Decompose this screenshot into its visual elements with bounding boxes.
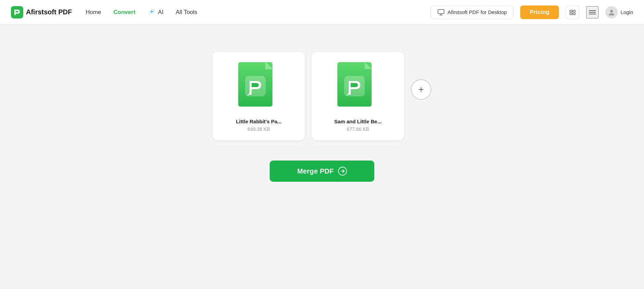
desktop-button[interactable]: Afirstsoft PDF for Desktop <box>431 5 513 19</box>
nav-ai[interactable]: AI <box>148 8 163 16</box>
file-name-1: Little Rabbit's Pa... <box>236 119 282 124</box>
header-right: Afirstsoft PDF for Desktop Pricing <box>431 5 633 19</box>
svg-point-1 <box>153 9 155 11</box>
svg-rect-7 <box>573 13 575 15</box>
avatar <box>605 6 618 18</box>
login-area[interactable]: Login <box>605 6 633 18</box>
svg-rect-5 <box>570 13 572 15</box>
logo-text: Afirstsoft PDF <box>26 8 72 16</box>
svg-rect-3 <box>438 10 444 14</box>
list-icon-button[interactable] <box>566 5 579 19</box>
add-file-button[interactable]: + <box>411 79 431 100</box>
hamburger-button[interactable] <box>586 6 599 18</box>
file-card-2: Sam and Little Be... 677.66 KB <box>312 52 404 140</box>
nav-convert[interactable]: Convert <box>113 9 135 16</box>
file-name-2: Sam and Little Be... <box>334 119 381 124</box>
file-icon-1 <box>237 62 281 112</box>
pricing-button[interactable]: Pricing <box>520 5 559 19</box>
header: Afirstsoft PDF Home Convert AI All Tools… <box>0 0 644 25</box>
svg-rect-6 <box>573 10 575 12</box>
file-icon-2 <box>336 62 380 112</box>
desktop-btn-label: Afirstsoft PDF for Desktop <box>447 9 507 15</box>
logo[interactable]: Afirstsoft PDF <box>11 6 72 18</box>
file-card-1: Little Rabbit's Pa... 649.38 KB <box>213 52 305 140</box>
arrow-circle-icon <box>338 167 347 176</box>
svg-point-11 <box>610 10 613 13</box>
svg-rect-4 <box>570 10 572 12</box>
main-content: Little Rabbit's Pa... 649.38 KB <box>0 25 644 289</box>
nav: Home Convert AI All Tools <box>85 8 431 16</box>
file-size-1: 649.38 KB <box>247 126 270 132</box>
avatar-icon <box>608 9 615 16</box>
monitor-icon <box>437 9 445 16</box>
login-text: Login <box>620 9 633 15</box>
nav-home[interactable]: Home <box>85 9 101 16</box>
files-area: Little Rabbit's Pa... 649.38 KB <box>213 52 431 140</box>
logo-icon <box>11 6 23 18</box>
list-icon <box>569 9 576 16</box>
hamburger-icon <box>588 8 596 16</box>
merge-pdf-button[interactable]: Merge PDF <box>270 161 374 182</box>
ai-star-icon <box>148 8 156 16</box>
nav-all-tools[interactable]: All Tools <box>176 9 197 16</box>
merge-btn-label: Merge PDF <box>297 167 334 175</box>
file-size-2: 677.66 KB <box>347 126 369 132</box>
svg-point-2 <box>149 14 150 15</box>
